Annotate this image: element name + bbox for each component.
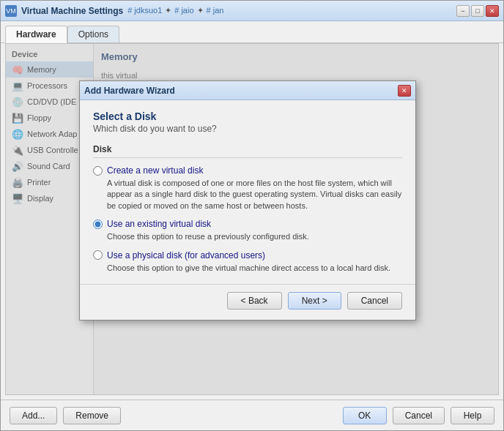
radio-use-physical[interactable]	[93, 250, 103, 260]
tab-bar: Hardware Options	[1, 21, 503, 43]
window-title: Virtual Machine Settings	[21, 6, 123, 16]
bottom-left-controls: Add... Remove	[10, 407, 121, 424]
bottom-bar: Add... Remove OK Cancel Help	[1, 400, 503, 430]
minimize-button[interactable]: −	[456, 5, 470, 17]
disk-section-label: Disk	[93, 144, 402, 158]
option-use-existing: Use an existing virtual disk Choose this…	[93, 219, 402, 242]
desc-use-existing: Choose this option to reuse a previously…	[107, 231, 402, 242]
title-tab-1[interactable]: # jdksuo1	[127, 6, 162, 15]
back-button[interactable]: < Back	[227, 292, 282, 310]
tab-hardware[interactable]: Hardware	[5, 26, 67, 43]
next-button[interactable]: Next >	[288, 292, 341, 310]
dialog-title: Add Hardware Wizard	[84, 86, 175, 96]
option-create-new-row: Create a new virtual disk	[93, 165, 402, 176]
option-use-existing-row: Use an existing virtual disk	[93, 219, 402, 229]
title-bar-left: VM Virtual Machine Settings # jdksuo1 ✦ …	[5, 5, 223, 17]
title-tab-sep1: ✦	[165, 6, 171, 15]
close-button[interactable]: ✕	[486, 5, 499, 17]
radio-use-existing[interactable]	[93, 220, 103, 229]
option-use-physical-row: Use a physical disk (for advanced users)	[93, 250, 402, 261]
app-icon: VM	[5, 5, 17, 17]
title-bar: VM Virtual Machine Settings # jdksuo1 ✦ …	[1, 1, 503, 21]
dialog-cancel-button[interactable]: Cancel	[347, 292, 402, 310]
label-use-existing[interactable]: Use an existing virtual disk	[107, 219, 211, 229]
bottom-right-controls: OK Cancel Help	[343, 407, 494, 424]
desc-create-new: A virtual disk is composed of one or mor…	[107, 178, 402, 211]
title-tabs: # jdksuo1 ✦ # jaio ✦ # jan	[127, 6, 223, 15]
option-create-new: Create a new virtual disk A virtual disk…	[93, 165, 402, 211]
dialog-heading: Select a Disk	[93, 110, 402, 122]
cancel-button[interactable]: Cancel	[393, 407, 445, 424]
radio-create-new[interactable]	[93, 166, 103, 176]
disk-radio-group: Create a new virtual disk A virtual disk…	[93, 165, 402, 274]
add-hardware-dialog: Add Hardware Wizard ✕ Select a Disk Whic…	[79, 80, 416, 321]
maximize-button[interactable]: □	[471, 5, 484, 17]
dialog-body: Select a Disk Which disk do you want to …	[80, 100, 415, 284]
option-use-physical: Use a physical disk (for advanced users)…	[93, 250, 402, 274]
add-button[interactable]: Add...	[10, 407, 57, 424]
remove-button[interactable]: Remove	[63, 407, 121, 424]
dialog-footer: < Back Next > Cancel	[80, 284, 415, 320]
title-tab-sep2: ✦	[197, 6, 204, 15]
window-body: Hardware Options Device 🧠 Memory 💻 Proce…	[1, 21, 503, 430]
dialog-title-bar: Add Hardware Wizard ✕	[80, 81, 415, 100]
title-tab-2[interactable]: # jaio	[174, 6, 193, 15]
title-bar-controls: − □ ✕	[456, 5, 499, 17]
ok-button[interactable]: OK	[343, 407, 387, 424]
content-area: Device 🧠 Memory 💻 Processors 💿 CD/DVD (I…	[5, 43, 499, 395]
label-use-physical[interactable]: Use a physical disk (for advanced users)	[107, 250, 265, 261]
main-window: VM Virtual Machine Settings # jdksuo1 ✦ …	[0, 0, 504, 431]
help-button[interactable]: Help	[451, 407, 494, 424]
dialog-close-button[interactable]: ✕	[398, 85, 411, 97]
title-tab-3[interactable]: # jan	[207, 6, 224, 15]
desc-use-physical: Choose this option to give the virtual m…	[107, 263, 402, 274]
tab-options[interactable]: Options	[67, 26, 119, 42]
dialog-subheading: Which disk do you want to use?	[93, 124, 402, 134]
label-create-new[interactable]: Create a new virtual disk	[107, 165, 203, 176]
